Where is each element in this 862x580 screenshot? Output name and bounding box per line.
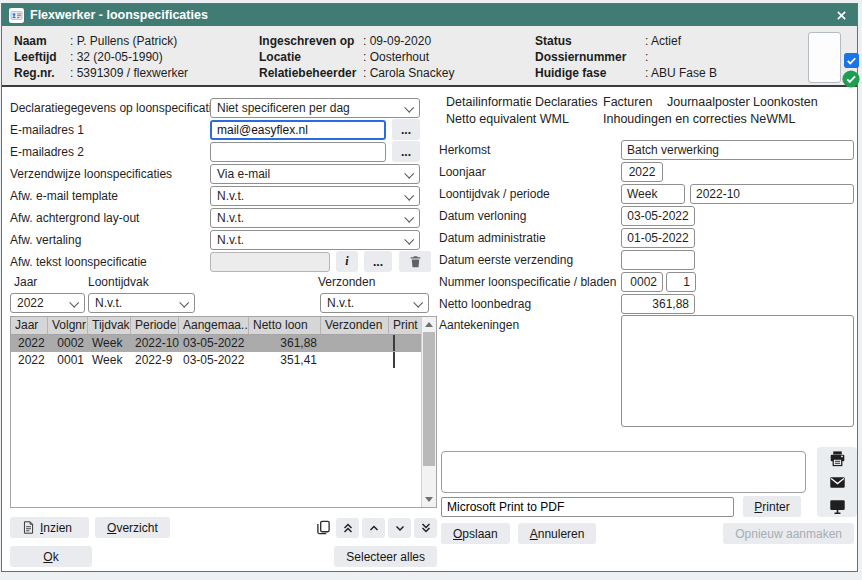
annuleren-button[interactable]: Annuleren bbox=[518, 523, 597, 544]
locatie-value: : Oosterhout bbox=[363, 49, 429, 65]
table-row[interactable]: 2022 0001 Week 2022-9 03-05-2022 351,41 bbox=[11, 352, 436, 369]
declaratiegegevens-label: Declaratiegegevens op loonspecificatie bbox=[10, 101, 210, 115]
datum-administratie-value: 01-05-2022 bbox=[621, 228, 695, 248]
double-chevron-up-icon bbox=[342, 522, 354, 534]
loonspecificaties-table: Jaar Volgnr Tijdvak Periode Aangemaa... … bbox=[10, 316, 437, 508]
nummer-loonspecificatie-label: Nummer loonspecificatie / bladen bbox=[439, 275, 621, 289]
tekst-ellipsis-button[interactable]: ... bbox=[364, 251, 392, 272]
copy-pages-icon[interactable] bbox=[313, 518, 333, 538]
datum-verloning-label: Datum verloning bbox=[439, 209, 621, 223]
tab-inhoudingen-correcties[interactable]: Inhoudingen en correcties NeWML bbox=[603, 112, 851, 126]
tekst-loonspecificatie-input bbox=[210, 252, 330, 272]
filter-loontijdvak-select[interactable]: N.v.t. bbox=[88, 293, 195, 313]
scroll-up-icon[interactable] bbox=[422, 317, 436, 332]
datum-eerste-verzending-value bbox=[621, 250, 695, 270]
emailadres2-ellipsis-button[interactable]: ... bbox=[392, 141, 420, 162]
dossiernummer-value: : bbox=[645, 49, 648, 65]
chevron-down-icon bbox=[404, 234, 414, 244]
close-icon[interactable] bbox=[832, 6, 850, 24]
trash-icon bbox=[409, 255, 422, 268]
verzendwijze-label: Verzendwijze loonspecificaties bbox=[10, 167, 210, 181]
email-template-select[interactable]: N.v.t. bbox=[210, 186, 420, 206]
huidige-fase-value: : ABU Fase B bbox=[645, 65, 717, 81]
chevron-down-icon bbox=[404, 190, 414, 200]
overzicht-button[interactable]: Overzicht bbox=[95, 517, 170, 538]
scroll-down-icon[interactable] bbox=[422, 492, 436, 507]
tab-journaalposten[interactable]: Journaalposten bbox=[667, 95, 750, 109]
tab-netto-equivalent-wml[interactable]: Netto equivalent WML bbox=[446, 112, 599, 126]
loonspecificatie-settings-panel: Declaratiegegevens op loonspecificatie N… bbox=[10, 89, 438, 567]
chevron-up-icon bbox=[368, 522, 380, 534]
checked-checkbox-icon[interactable] bbox=[844, 53, 859, 68]
dossiernummer-label: Dossiernummer bbox=[535, 49, 645, 65]
scrollbar-thumb[interactable] bbox=[423, 332, 435, 466]
datum-verloning-value: 03-05-2022 bbox=[621, 206, 695, 226]
declaratiegegevens-select[interactable]: Niet specificeren per dag bbox=[210, 98, 420, 118]
move-top-button[interactable] bbox=[336, 518, 359, 538]
chevron-down-icon bbox=[179, 297, 189, 307]
emailadres1-input[interactable] bbox=[210, 120, 386, 140]
chevron-down-icon bbox=[69, 297, 79, 307]
status-ok-badge-icon bbox=[842, 70, 860, 88]
document-icon bbox=[22, 521, 35, 534]
move-down-button[interactable] bbox=[388, 518, 411, 538]
relatiebeheerder-label: Relatiebeheerder bbox=[259, 65, 363, 81]
datum-administratie-label: Datum administratie bbox=[439, 231, 621, 245]
tab-loonkosten[interactable]: Loonkosten bbox=[753, 95, 825, 109]
filter-loontijdvak-label: Loontijdvak bbox=[88, 275, 318, 290]
status-value: : Actief bbox=[645, 33, 681, 49]
table-scrollbar[interactable] bbox=[421, 317, 436, 507]
achtergrond-layout-select[interactable]: N.v.t. bbox=[210, 208, 420, 228]
huidige-fase-label: Huidige fase bbox=[535, 65, 645, 81]
inzien-button[interactable]: Inzien bbox=[10, 517, 89, 538]
verzendwijze-select[interactable]: Via e-mail bbox=[210, 164, 420, 184]
loontijdvak-periode-label: Loontijdvak / periode bbox=[439, 187, 621, 201]
achtergrond-layout-label: Afw. achtergrond lay-out bbox=[10, 211, 210, 225]
col-netto-loon: Netto loon bbox=[249, 317, 321, 335]
ok-button[interactable]: Ok bbox=[10, 546, 92, 567]
printer-icon[interactable] bbox=[826, 448, 848, 468]
info-button[interactable]: i bbox=[336, 251, 358, 272]
emailadres2-input[interactable] bbox=[210, 142, 386, 162]
move-bottom-button[interactable] bbox=[414, 518, 437, 538]
loontijdvak-value: Week bbox=[621, 184, 685, 204]
herkomst-value: Batch verwerking bbox=[621, 140, 854, 160]
envelope-icon[interactable] bbox=[826, 472, 848, 492]
filter-jaar-label: Jaar bbox=[10, 275, 88, 290]
col-tijdvak: Tijdvak bbox=[88, 317, 131, 335]
chevron-down-icon bbox=[413, 297, 423, 307]
col-volgnr: Volgnr bbox=[48, 317, 88, 335]
selecteer-alles-button[interactable]: Selecteer alles bbox=[334, 546, 437, 567]
tab-detailinformatie[interactable]: Detailinformatie bbox=[446, 95, 531, 109]
opnieuw-aanmaken-button[interactable]: Opnieuw aanmaken bbox=[723, 523, 854, 544]
tab-facturen[interactable]: Facturen bbox=[603, 95, 661, 109]
chevron-down-icon bbox=[394, 522, 406, 534]
vertaling-select[interactable]: N.v.t. bbox=[210, 230, 420, 250]
naam-value: : P. Pullens (Patrick) bbox=[70, 33, 177, 49]
move-up-button[interactable] bbox=[362, 518, 385, 538]
leeftijd-label: Leeftijd bbox=[14, 49, 70, 65]
col-verzonden: Verzonden bbox=[321, 317, 389, 335]
flexwerker-header: Naam: P. Pullens (Patrick) Leeftijd: 32 … bbox=[2, 26, 857, 87]
filter-jaar-select[interactable]: 2022 bbox=[10, 293, 85, 313]
herkomst-label: Herkomst bbox=[439, 143, 621, 157]
printer-button[interactable]: Printer bbox=[743, 496, 801, 517]
aantekeningen-textarea[interactable] bbox=[621, 315, 854, 427]
detail-tabs: Detailinformatie Declaraties Facturen Jo… bbox=[439, 89, 854, 129]
delete-button[interactable] bbox=[399, 251, 431, 272]
locatie-label: Locatie bbox=[259, 49, 363, 65]
print-checkbox[interactable] bbox=[393, 352, 395, 368]
window-title: Flexwerker - loonspecificaties bbox=[30, 8, 826, 22]
tekst-loonspecificatie-label: Afw. tekst loonspecificatie bbox=[10, 255, 210, 269]
opslaan-button[interactable]: Opslaan bbox=[441, 523, 510, 544]
printer-name-input[interactable] bbox=[441, 497, 734, 517]
email-template-label: Afw. e-mail template bbox=[10, 189, 210, 203]
flexwerker-window: Flexwerker - loonspecificaties Naam: P. … bbox=[1, 3, 858, 572]
loonjaar-value: 2022 bbox=[621, 162, 663, 182]
filter-verzonden-select[interactable]: N.v.t. bbox=[320, 293, 429, 313]
tab-declaraties[interactable]: Declaraties bbox=[535, 95, 599, 109]
table-row[interactable]: 2022 0002 Week 2022-10 03-05-2022 361,88 bbox=[11, 335, 436, 352]
print-checkbox[interactable] bbox=[393, 335, 395, 351]
detail-panel: Detailinformatie Declaraties Facturen Jo… bbox=[439, 89, 854, 567]
emailadres1-ellipsis-button[interactable]: ... bbox=[392, 119, 420, 140]
